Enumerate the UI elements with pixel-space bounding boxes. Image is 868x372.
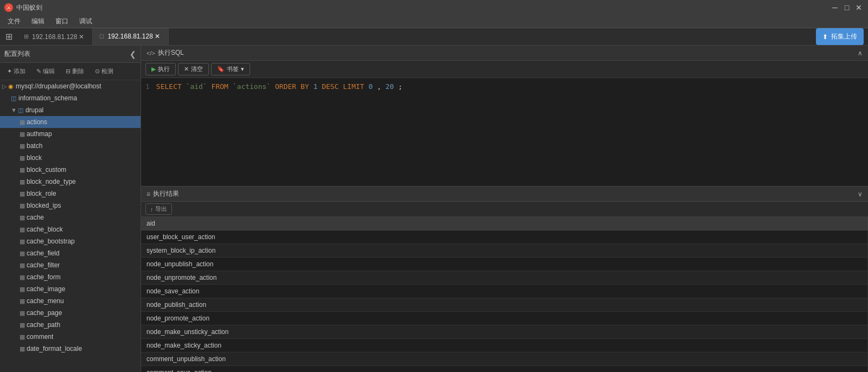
table-icon-cache-page: ▦ bbox=[20, 310, 25, 317]
edit-button[interactable]: ✎ 编辑 bbox=[31, 65, 60, 78]
table-row: node_publish_action bbox=[141, 298, 868, 312]
results-tbody: user_block_user_actionsystem_block_ip_ac… bbox=[141, 230, 868, 373]
table-cache-field[interactable]: ▦ cache_field bbox=[0, 247, 141, 259]
menu-edit[interactable]: 编辑 bbox=[26, 16, 50, 27]
upload-button[interactable]: ⬆ 拓集上传 bbox=[816, 28, 864, 45]
tree-root-label: mysql://drupaluser@localhost bbox=[16, 82, 101, 90]
menu-window[interactable]: 窗口 bbox=[50, 16, 74, 27]
table-cache-menu[interactable]: ▦ cache_menu bbox=[0, 295, 141, 307]
table-cache-bootstrap[interactable]: ▦ cache_bootstrap bbox=[0, 235, 141, 247]
table-label-block-role: block_role bbox=[27, 190, 56, 197]
table-block-node-type[interactable]: ▦ block_node_type bbox=[0, 176, 141, 188]
close-button[interactable]: ✕ bbox=[854, 3, 864, 12]
sql-title-icon: </> bbox=[146, 50, 155, 56]
kw-select: SELECT bbox=[156, 82, 182, 91]
table-row: system_block_ip_action bbox=[141, 244, 868, 258]
table-cache-page[interactable]: ▦ cache_page bbox=[0, 307, 141, 319]
execute-icon: ▶ bbox=[151, 66, 156, 73]
table-cache[interactable]: ▦ cache bbox=[0, 211, 141, 223]
tab-2-icon: ◻ bbox=[99, 33, 104, 40]
sidebar-collapse-button[interactable]: ❮ bbox=[130, 50, 136, 59]
table-cell-aid: node_save_action bbox=[141, 285, 868, 298]
table-block[interactable]: ▦ block bbox=[0, 152, 141, 164]
tab-1[interactable]: ⊞ 192.168.81.128 ✕ bbox=[17, 28, 93, 45]
col-header-aid: aid bbox=[141, 217, 868, 230]
tab-2-close[interactable]: ✕ bbox=[153, 32, 162, 41]
table-block-role[interactable]: ▦ block_role bbox=[0, 188, 141, 200]
tbl-actions: `actions` bbox=[233, 82, 271, 91]
tree-root[interactable]: ▷ ◉ mysql://drupaluser@localhost bbox=[0, 80, 141, 92]
table-icon-block-node-type: ▦ bbox=[20, 178, 25, 185]
table-icon-batch: ▦ bbox=[20, 143, 25, 150]
maximize-button[interactable]: □ bbox=[842, 3, 852, 12]
results-panel-title: ≡ 执行结果 bbox=[146, 189, 858, 198]
table-cache-block[interactable]: ▦ cache_block bbox=[0, 223, 141, 235]
test-button[interactable]: ⊙ 检测 bbox=[90, 65, 118, 78]
code-area: SELECT `aid` FROM `actions` ORDER BY 1 D… bbox=[156, 82, 403, 182]
menu-debug[interactable]: 调试 bbox=[74, 16, 98, 27]
table-row: node_unpromote_action bbox=[141, 271, 868, 285]
table-date-format-locale[interactable]: ▦ date_format_locale bbox=[0, 343, 141, 355]
menubar: 文件 编辑 窗口 调试 bbox=[0, 15, 868, 28]
table-label-block: block bbox=[27, 154, 42, 162]
titlebar: ⚔ 中国蚁剑 ─ □ ✕ bbox=[0, 0, 868, 15]
tabbar: ⊞ ⊞ 192.168.81.128 ✕ ◻ 192.168.81.128 ✕ … bbox=[0, 28, 868, 46]
tab-grid-button[interactable]: ⊞ bbox=[0, 28, 17, 45]
table-row: user_block_user_action bbox=[141, 230, 868, 244]
table-icon-cache-block: ▦ bbox=[20, 226, 25, 233]
sidebar-title: 配置列表 bbox=[4, 49, 130, 59]
table-authmap[interactable]: ▦ authmap bbox=[0, 128, 141, 140]
num-20: 20 bbox=[386, 82, 394, 91]
menu-file[interactable]: 文件 bbox=[2, 16, 26, 27]
table-cell-aid: node_make_sticky_action bbox=[141, 339, 868, 352]
drupal-tables: ▦ actions ▦ authmap ▦ batch ▦ block ▦ bbox=[0, 116, 141, 355]
kw-limit: LIMIT bbox=[343, 82, 364, 91]
table-icon-cache-bootstrap: ▦ bbox=[20, 238, 25, 245]
table-actions[interactable]: ▦ actions bbox=[0, 116, 141, 128]
table-cell-aid: node_promote_action bbox=[141, 312, 868, 325]
delete-button[interactable]: ⊟ 删除 bbox=[61, 65, 89, 78]
table-label-cache-page: cache_page bbox=[27, 309, 62, 317]
table-cell-aid: node_unpublish_action bbox=[141, 258, 868, 271]
results-panel-collapse-button[interactable]: ∨ bbox=[858, 190, 863, 198]
table-label-date-format-locale: date_format_locale bbox=[27, 345, 82, 352]
table-row: comment_unpublish_action bbox=[141, 352, 868, 366]
minimize-button[interactable]: ─ bbox=[830, 3, 840, 12]
table-label-cache-filter: cache_filter bbox=[27, 261, 60, 269]
table-icon-blocked-ips: ▦ bbox=[20, 202, 25, 209]
table-label-authmap: authmap bbox=[27, 130, 52, 138]
table-cell-aid: comment_save_action bbox=[141, 366, 868, 373]
execute-button[interactable]: ▶ 执行 bbox=[145, 63, 176, 75]
delete-icon: ⊟ bbox=[66, 68, 71, 75]
tree-db-information-schema[interactable]: ◫ information_schema bbox=[0, 92, 141, 104]
table-row: node_promote_action bbox=[141, 312, 868, 325]
add-button[interactable]: ✦ 添加 bbox=[2, 65, 30, 78]
content-area: </> 执行SQL ∧ ▶ 执行 ✕ 清空 🔖 书签 ▾ bbox=[141, 46, 868, 372]
table-blocked-ips[interactable]: ▦ blocked_ips bbox=[0, 200, 141, 211]
table-icon-cache-path: ▦ bbox=[20, 322, 25, 329]
export-button[interactable]: ↑ 导出 bbox=[145, 203, 172, 215]
table-label-comment: comment bbox=[27, 333, 53, 341]
clear-button[interactable]: ✕ 清空 bbox=[178, 63, 209, 75]
sql-toolbar: ▶ 执行 ✕ 清空 🔖 书签 ▾ bbox=[141, 61, 868, 78]
table-block-custom[interactable]: ▦ block_custom bbox=[0, 164, 141, 176]
table-comment[interactable]: ▦ comment bbox=[0, 331, 141, 343]
table-cache-image[interactable]: ▦ cache_image bbox=[0, 283, 141, 295]
table-batch[interactable]: ▦ batch bbox=[0, 140, 141, 152]
bookmark-button[interactable]: 🔖 书签 ▾ bbox=[211, 63, 250, 75]
table-cell-aid: user_block_user_action bbox=[141, 230, 868, 244]
table-cell-aid: comment_unpublish_action bbox=[141, 352, 868, 366]
tab-1-label: 192.168.81.128 bbox=[32, 33, 77, 41]
sql-panel-collapse-button[interactable]: ∧ bbox=[858, 49, 863, 57]
table-cache-path[interactable]: ▦ cache_path bbox=[0, 319, 141, 331]
table-cache-form[interactable]: ▦ cache_form bbox=[0, 271, 141, 283]
tab-1-close[interactable]: ✕ bbox=[77, 33, 86, 41]
table-row: node_save_action bbox=[141, 285, 868, 298]
tree-db-drupal[interactable]: ▼ ◫ drupal bbox=[0, 104, 141, 116]
table-cell-aid: node_unpromote_action bbox=[141, 271, 868, 285]
table-cache-filter[interactable]: ▦ cache_filter bbox=[0, 259, 141, 271]
results-title-icon: ≡ bbox=[146, 190, 150, 198]
tab-2[interactable]: ◻ 192.168.81.128 ✕ bbox=[93, 28, 168, 45]
table-label-batch: batch bbox=[27, 142, 42, 150]
sql-editor[interactable]: 1 SELECT `aid` FROM `actions` ORDER BY 1 bbox=[141, 78, 868, 186]
